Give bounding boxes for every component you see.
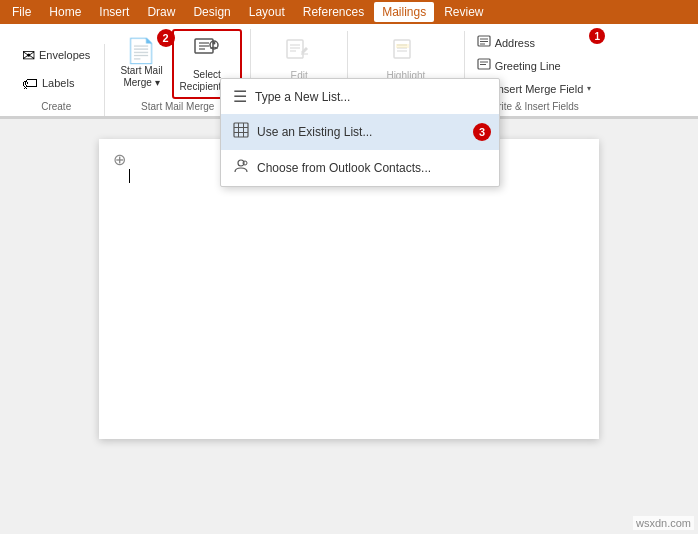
menu-mailings[interactable]: Mailings [374, 2, 434, 22]
labels-button[interactable]: 🏷 Labels [16, 72, 80, 96]
highlight-icon [392, 36, 420, 68]
start-mail-merge-label: Start MailMerge ▾ [120, 65, 162, 89]
menu-file[interactable]: File [4, 2, 39, 22]
type-new-list-icon: ☰ [233, 87, 247, 106]
menu-references[interactable]: References [295, 2, 372, 22]
menu-bar: File Home Insert Draw Design Layout Refe… [0, 0, 698, 24]
choose-outlook-contacts-item[interactable]: Choose from Outlook Contacts... [221, 150, 499, 186]
mail-merge-icon: 📄 [126, 39, 156, 63]
envelopes-button[interactable]: ✉ Envelopes [16, 44, 96, 68]
menu-layout[interactable]: Layout [241, 2, 293, 22]
menu-insert[interactable]: Insert [91, 2, 137, 22]
use-existing-list-icon [233, 122, 249, 142]
greeting-line-button[interactable]: Greeting Line [473, 55, 596, 76]
insert-merge-field-label: Insert Merge Field [495, 83, 584, 95]
svg-rect-27 [234, 123, 248, 137]
use-existing-list-label: Use an Existing List... [257, 125, 372, 139]
create-buttons: ✉ Envelopes 🏷 Labels [16, 44, 96, 99]
group-create: ✉ Envelopes 🏷 Labels Create [8, 44, 105, 116]
start-group-label: Start Mail Merge [141, 99, 214, 116]
address-button[interactable]: Address 1 [473, 32, 596, 53]
create-group-label: Create [41, 99, 71, 116]
badge-1: 1 [589, 28, 605, 44]
insert-merge-arrow: ▾ [587, 84, 591, 93]
select-recipients-dropdown: ☰ Type a New List... Use an Existing Lis… [220, 78, 500, 187]
svg-rect-11 [394, 40, 410, 58]
envelopes-label: Envelopes [39, 49, 90, 62]
start-mail-merge-button[interactable]: 📄 Start MailMerge ▾ 2 [113, 34, 169, 94]
watermark: wsxdn.com [633, 516, 694, 530]
svg-rect-15 [396, 44, 409, 48]
use-existing-list-item[interactable]: Use an Existing List... 3 [221, 114, 499, 150]
choose-outlook-icon [233, 158, 249, 178]
greeting-line-label: Greeting Line [495, 60, 561, 72]
address-icon [477, 34, 491, 51]
type-new-list-item[interactable]: ☰ Type a New List... [221, 79, 499, 114]
envelope-icon: ✉ [22, 48, 35, 64]
label-icon: 🏷 [22, 76, 38, 92]
svg-rect-6 [287, 40, 303, 58]
wif-group-label: Write & Insert Fields [489, 99, 579, 116]
edit-icon [285, 36, 313, 68]
choose-outlook-contacts-label: Choose from Outlook Contacts... [257, 161, 431, 175]
recipients-icon [193, 35, 221, 67]
menu-draw[interactable]: Draw [139, 2, 183, 22]
move-handle[interactable]: ⊕ [109, 149, 129, 169]
menu-review[interactable]: Review [436, 2, 491, 22]
menu-design[interactable]: Design [185, 2, 238, 22]
menu-home[interactable]: Home [41, 2, 89, 22]
greeting-line-icon [477, 57, 491, 74]
address-label: Address [495, 37, 535, 49]
labels-label: Labels [42, 77, 74, 90]
text-cursor [129, 169, 130, 183]
svg-point-5 [212, 42, 215, 45]
type-new-list-label: Type a New List... [255, 90, 350, 104]
badge-3: 3 [473, 123, 491, 141]
